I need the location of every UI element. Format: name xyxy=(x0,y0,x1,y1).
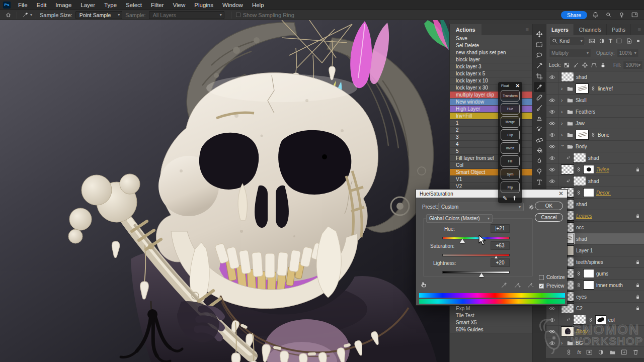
tab-paths[interactable]: Paths xyxy=(607,24,631,35)
expand-chevron-icon[interactable]: › xyxy=(561,340,565,346)
type-tool[interactable] xyxy=(534,177,545,187)
preset-select[interactable]: Custom ▾ xyxy=(438,203,524,211)
ok-button[interactable]: OK xyxy=(535,202,563,210)
home-icon[interactable] xyxy=(5,12,12,18)
actions-panel-tab[interactable]: Actions xyxy=(450,24,481,35)
marquee-tool[interactable] xyxy=(534,40,545,50)
menu-filter[interactable]: Filter xyxy=(146,0,169,10)
mask-link-icon[interactable] xyxy=(591,132,596,137)
preview-checkbox-box[interactable]: ✓ xyxy=(539,284,544,289)
layer-style-icon[interactable]: fx xyxy=(577,349,581,355)
float-button-merge[interactable]: Merge xyxy=(501,116,520,128)
eraser-tool[interactable] xyxy=(534,135,545,145)
new-adjustment-layer-icon[interactable] xyxy=(598,349,604,355)
panel-menu-icon[interactable]: ≡ xyxy=(638,24,641,35)
layer-row[interactable]: ›Skull xyxy=(546,95,644,106)
layer-name[interactable]: Feathers xyxy=(576,109,595,115)
pencil-icon[interactable]: ✎ xyxy=(503,195,507,202)
action-item[interactable]: lock layer 3 xyxy=(450,63,532,70)
action-item[interactable]: Smart X5 xyxy=(450,319,532,326)
eyedropper-tool-icon[interactable] xyxy=(22,12,29,18)
layer-name[interactable]: Body xyxy=(576,144,587,149)
menu-window[interactable]: Window xyxy=(218,0,248,10)
float-button-fill[interactable]: Fill xyxy=(501,155,520,167)
layer-name[interactable]: Bone xyxy=(598,132,609,138)
preset-options-gear-icon[interactable] xyxy=(528,204,535,211)
menu-plugins[interactable]: Plugins xyxy=(190,0,218,10)
filter-adjustment-layers-icon[interactable] xyxy=(599,38,605,44)
layer-name[interactable]: Jaw xyxy=(576,121,585,126)
layer-name[interactable]: Skull xyxy=(576,98,587,103)
layer-name[interactable]: shad xyxy=(588,178,599,184)
layer-name[interactable]: shad xyxy=(576,236,587,242)
filter-smart-objects-icon[interactable] xyxy=(626,38,632,44)
action-item[interactable]: Save xyxy=(450,35,532,42)
layer-thumbnail[interactable] xyxy=(561,326,574,336)
photoshop-logo[interactable]: Ps xyxy=(3,2,11,9)
visibility-eye-icon[interactable] xyxy=(546,152,558,163)
crop-tool[interactable] xyxy=(534,71,545,81)
float-button-invert[interactable]: Invert xyxy=(501,142,520,154)
search-icon[interactable] xyxy=(605,12,612,18)
hue-value-input[interactable]: +21 xyxy=(491,224,510,233)
filter-shape-layers-icon[interactable] xyxy=(616,38,622,44)
layer-name[interactable]: col xyxy=(608,317,615,323)
sample-size-select[interactable]: Point Sample ▾ xyxy=(75,11,122,19)
layer-name[interactable]: Body. xyxy=(576,329,589,334)
float-button-transform[interactable]: Transform xyxy=(501,90,520,102)
lock-pixels-icon[interactable] xyxy=(573,62,579,68)
menu-edit[interactable]: Edit xyxy=(32,0,51,10)
visibility-eye-icon[interactable] xyxy=(546,71,558,82)
clone-stamp-tool[interactable] xyxy=(534,114,545,124)
layer-row[interactable]: ›Jaw xyxy=(546,118,644,129)
expand-chevron-icon[interactable]: › xyxy=(561,86,565,92)
menu-layer[interactable]: Layer xyxy=(76,0,100,10)
expand-chevron-icon[interactable]: › xyxy=(561,121,565,126)
layer-thumbnail[interactable] xyxy=(573,315,586,325)
action-item[interactable]: Tile Test xyxy=(450,312,532,319)
layer-mask-thumbnail[interactable] xyxy=(583,281,594,290)
move-tool[interactable] xyxy=(534,29,545,39)
discover-icon[interactable] xyxy=(618,12,625,18)
tab-channels[interactable]: Channels xyxy=(574,24,607,35)
layer-row[interactable]: ›line/ref xyxy=(546,83,644,95)
layer-mask-thumbnail[interactable] xyxy=(583,165,594,174)
layer-thumbnail[interactable] xyxy=(573,153,586,163)
lock-all-icon[interactable] xyxy=(600,62,606,68)
history-brush-tool[interactable] xyxy=(534,124,545,134)
layer-row[interactable]: Body. xyxy=(546,326,644,337)
menu-file[interactable]: File xyxy=(14,0,32,10)
layer-name[interactable]: C2 xyxy=(576,306,583,311)
channel-select[interactable]: Global Colors (Master) ▾ xyxy=(426,214,493,223)
layer-thumbnail[interactable] xyxy=(561,164,574,174)
menu-type[interactable]: Type xyxy=(100,0,121,10)
layer-row[interactable]: shad xyxy=(546,175,644,187)
layer-thumbnail[interactable] xyxy=(576,83,589,94)
layer-thumbnail[interactable] xyxy=(573,176,586,186)
add-layer-mask-icon[interactable] xyxy=(586,349,593,355)
lightness-slider-track[interactable] xyxy=(442,271,510,274)
visibility-eye-icon[interactable] xyxy=(546,118,558,129)
layer-name[interactable]: line/ref xyxy=(598,86,613,92)
workspace-switcher-icon[interactable] xyxy=(631,12,638,18)
dodge-tool[interactable] xyxy=(534,166,545,176)
menu-image[interactable]: Image xyxy=(51,0,76,10)
visibility-eye-icon[interactable] xyxy=(546,106,558,117)
lightness-slider-thumb[interactable] xyxy=(479,273,484,277)
lasso-tool[interactable] xyxy=(534,50,545,60)
saturation-value-input[interactable]: +63 xyxy=(491,241,510,250)
layer-row[interactable]: shad xyxy=(546,71,644,83)
layer-row[interactable]: shad xyxy=(546,152,644,164)
visibility-eye-icon[interactable] xyxy=(546,141,558,152)
action-item[interactable]: new shad plus set pen xyxy=(450,49,532,56)
layer-thumbnail[interactable] xyxy=(561,72,574,82)
notifications-icon[interactable] xyxy=(592,12,599,18)
layer-row[interactable]: ›Bone xyxy=(546,129,644,141)
visibility-eye-icon[interactable] xyxy=(546,129,558,140)
hue-slider-track[interactable] xyxy=(442,237,510,239)
pin-icon[interactable] xyxy=(511,195,518,202)
layer-name[interactable]: shad xyxy=(588,155,599,161)
layer-name[interactable]: shad xyxy=(576,74,587,80)
share-button[interactable]: Share xyxy=(561,11,587,19)
healing-brush-tool[interactable] xyxy=(534,93,545,103)
